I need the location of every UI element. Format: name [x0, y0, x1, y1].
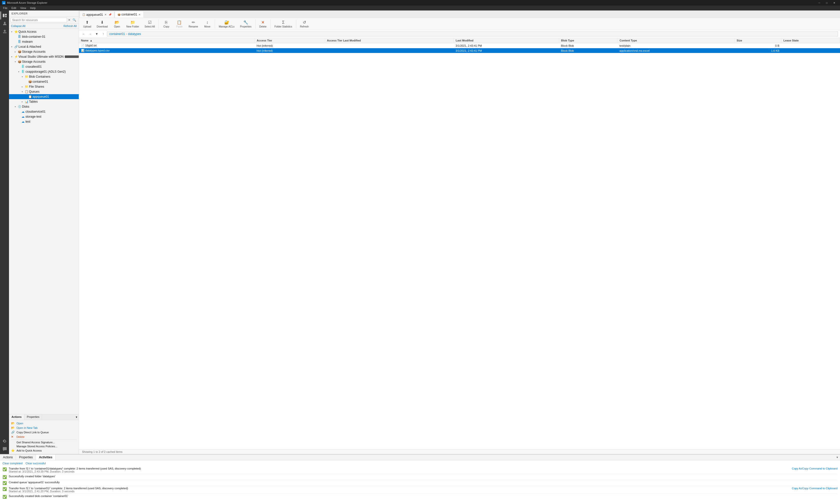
tab-container01[interactable]: 📦 container01 ✕	[115, 11, 144, 18]
action-copy-link[interactable]: 🔗 Copy Direct Link to Queue	[11, 430, 77, 435]
nav-up-button[interactable]: ↑	[101, 31, 106, 37]
close-button[interactable]: ✕	[830, 0, 838, 5]
minimize-button[interactable]: ─	[816, 0, 823, 5]
tree-item-blob-container-01[interactable]: 🗄 blob-container-01	[9, 34, 79, 39]
tree-item-file-shares[interactable]: ▸ 📁 File Shares	[9, 84, 79, 89]
nav-forward-button[interactable]: →	[87, 31, 93, 37]
move-button[interactable]: ↕ Move	[201, 19, 213, 29]
manage-acls-button[interactable]: 🔐 Manage ACLs	[217, 19, 237, 29]
activity-account[interactable]	[0, 19, 8, 28]
col-header-size[interactable]: Size	[735, 38, 781, 43]
tree-item-appqueue01[interactable]: 📋 appqueue01	[9, 94, 79, 99]
tree-item-quick-access[interactable]: ▾ ⭐ Quick Access	[9, 29, 79, 34]
col-header-access-tier[interactable]: Access Tier	[255, 38, 325, 43]
search-input[interactable]	[11, 18, 67, 22]
search-clear-button[interactable]: ✕	[67, 18, 71, 22]
folder-statistics-button[interactable]: Σ Folder Statistics	[272, 19, 294, 29]
action-stored-access[interactable]: Manage Stored Access Policies...	[11, 444, 77, 448]
action-open-new-tab[interactable]: 📂 Open in New Tab	[11, 426, 77, 430]
tree-item-storage-test[interactable]: ☁ storage-test	[9, 114, 79, 119]
btab-actions[interactable]: Actions	[0, 454, 16, 460]
tree-item-test[interactable]: ☁ test	[9, 119, 79, 124]
breadcrumb-container01[interactable]: container01	[109, 32, 125, 36]
tree-toggle-queues[interactable]: ▾	[20, 90, 24, 93]
menu-file[interactable]: File	[1, 5, 10, 11]
paste-button[interactable]: 📋 Paste	[173, 19, 185, 29]
tree-toggle-file-shares[interactable]: ▸	[20, 85, 24, 88]
tab-appqueue01-close[interactable]: ✕	[104, 13, 107, 16]
open-button[interactable]: 📂 Open	[111, 19, 123, 29]
tree-item-craxaltest01[interactable]: 🗄 craxaltest01	[9, 64, 79, 69]
col-header-lease-state[interactable]: Lease State	[781, 38, 840, 43]
nav-back-button[interactable]: ←	[81, 31, 86, 37]
tree-item-container01[interactable]: 📦 container01	[9, 79, 79, 84]
tree-toggle-vs-msdn[interactable]: ▾	[10, 55, 14, 58]
tab-appqueue01[interactable]: 📋 appqueue01 ✕ 📌	[80, 11, 114, 18]
tree-item-blob-containers[interactable]: ▾ 📁 Blob Containers	[9, 74, 79, 79]
new-folder-button[interactable]: 📁 New Folder	[124, 19, 141, 29]
upload-button[interactable]: ⬆ Upload	[81, 19, 93, 29]
nav-down-button[interactable]: ▼	[94, 31, 100, 37]
menu-help[interactable]: Help	[28, 5, 38, 11]
copy-azcopy-button-act4[interactable]: Copy AzCopy Command to Clipboard	[792, 487, 838, 490]
tree-item-tables[interactable]: ▸ 📊 Tables	[9, 99, 79, 104]
menu-edit[interactable]: Edit	[10, 5, 18, 11]
menu-view[interactable]: View	[18, 5, 28, 11]
search-submit-button[interactable]: 🔍	[71, 18, 77, 22]
col-header-last-modified[interactable]: Last Modified	[453, 38, 559, 43]
tree-item-local-attached[interactable]: ▾ 🔗 Local & Attached	[9, 44, 79, 49]
bottom-panel-collapse[interactable]: ▾	[835, 454, 840, 460]
btab-activities[interactable]: Activities	[36, 454, 55, 460]
tree-item-storage-accounts-vs[interactable]: ▾ 📦 Storage Accounts	[9, 59, 79, 64]
tree-toggle-cxappstorage01[interactable]: ▾	[17, 70, 20, 73]
sidebar-bottom-close[interactable]: ▾	[74, 414, 79, 420]
tree-toggle-storage-accounts-local[interactable]: ▸	[14, 50, 17, 53]
copy-button[interactable]: ⎘ Copy	[160, 19, 172, 29]
action-open[interactable]: 📂 Open	[11, 421, 77, 426]
maximize-button[interactable]: □	[823, 0, 830, 5]
activity-feedback[interactable]	[0, 445, 8, 453]
tree-toggle-blob-containers[interactable]: ▾	[20, 75, 24, 78]
clear-successful-link[interactable]: Clear successful	[25, 462, 46, 465]
activity-plugin[interactable]	[0, 28, 8, 35]
col-header-access-tier-mod[interactable]: Access Tier Last Modified	[325, 38, 453, 43]
col-header-blob-type[interactable]: Blob Type	[559, 38, 617, 43]
tree-item-msteam[interactable]: 🗄 msteam	[9, 39, 79, 44]
copy-azcopy-button-act1[interactable]: Copy AzCopy Command to Clipboard	[792, 467, 838, 470]
tree-toggle-quick-access[interactable]: ▾	[10, 30, 14, 34]
delete-button[interactable]: ✕ Delete	[257, 19, 269, 29]
select-all-button[interactable]: ☑ Select All	[142, 19, 157, 29]
refresh-all-button[interactable]: Refresh All	[64, 24, 77, 28]
btab-properties[interactable]: Properties	[16, 454, 36, 460]
col-header-content-type[interactable]: Content Type	[617, 38, 735, 43]
clear-completed-link[interactable]: Clear completed	[2, 462, 22, 465]
download-button[interactable]: ⬇ Download	[95, 19, 110, 29]
tree-item-vs-msdn[interactable]: ▾ ⚡ Visual Studio Ultimate with MSDN	[9, 54, 79, 59]
tree-item-queues[interactable]: ▾ 📋 Queues	[9, 89, 79, 94]
col-header-name[interactable]: Name ▲	[79, 38, 255, 43]
action-shared-access[interactable]: Get Shared Access Signature...	[11, 439, 77, 444]
tree-toggle-storage-accounts-vs[interactable]: ▾	[14, 60, 17, 64]
properties-button[interactable]: 🔧 Properties	[238, 19, 254, 29]
table-row-row1[interactable]: 📄 16gb0.txt Hot (inferred) 3/1/2021, 2:4…	[79, 43, 840, 48]
tree-toggle-tables[interactable]: ▸	[20, 100, 24, 103]
tree-item-disks[interactable]: ▾ 💿 Disks	[9, 104, 79, 109]
tab-actions[interactable]: Actions	[9, 414, 24, 420]
tab-properties[interactable]: Properties	[24, 414, 42, 420]
tree-toggle-local-attached[interactable]: ▾	[10, 45, 14, 49]
rename-button[interactable]: ✏ Rename	[186, 19, 200, 29]
tree-item-cloudservice01[interactable]: ☁ cloudservice01	[9, 109, 79, 114]
tab-appqueue01-pin[interactable]: 📌	[108, 13, 112, 16]
tree-toggle-disks[interactable]: ▾	[14, 105, 17, 108]
refresh-button[interactable]: ↺ Refresh	[298, 19, 311, 29]
tab-container01-close[interactable]: ✕	[138, 13, 141, 16]
activity-settings[interactable]	[0, 437, 8, 445]
table-row-row2[interactable]: 📊 datatypes.typed.csv Hot (inferred) 3/1…	[79, 48, 840, 53]
tree-item-cxappstorage01[interactable]: ▾ 🗄 cxappstorage01 (ADLS Gen2)	[9, 69, 79, 74]
action-quick-access[interactable]: ⭐ Add to Quick Access	[11, 448, 77, 453]
activity-explorer[interactable]	[0, 12, 8, 19]
breadcrumb-datatypes[interactable]: datatypes	[128, 32, 141, 36]
action-delete[interactable]: ✕ Delete	[11, 435, 77, 439]
tree-item-storage-accounts-local[interactable]: ▸ 📦 Storage Accounts	[9, 49, 79, 54]
collapse-all-button[interactable]: Collapse All	[11, 24, 25, 28]
